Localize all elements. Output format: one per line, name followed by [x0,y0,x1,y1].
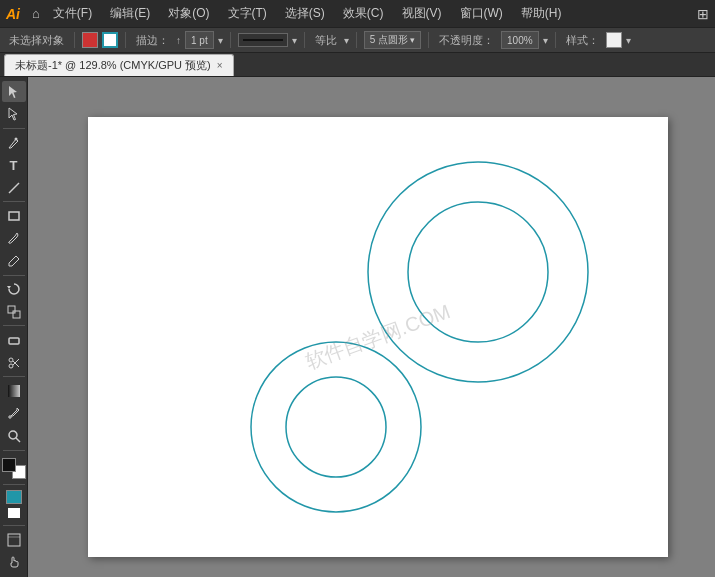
selection-tool-button[interactable] [2,81,26,102]
stroke-up-arrow[interactable]: ↑ [176,35,181,46]
svg-rect-6 [8,306,15,313]
stroke-line [243,39,283,41]
circle-small-outer [251,342,421,512]
points-arrow: ▾ [410,35,415,45]
zoom-tool-button[interactable] [2,425,26,446]
svg-point-2 [14,137,17,140]
menu-edit[interactable]: 编辑(E) [105,5,155,22]
eyedropper-tool-button[interactable] [2,403,26,424]
style-preview[interactable] [606,32,622,48]
svg-rect-7 [13,311,20,318]
toolbar: T [0,77,28,577]
circle-small-inner [286,377,386,477]
menu-select[interactable]: 选择(S) [280,5,330,22]
separator4 [304,32,305,48]
rotate-tool-button[interactable] [2,279,26,300]
separator2 [125,32,126,48]
canvas-area[interactable]: 软件自学网.COM [28,77,715,577]
line-tool-button[interactable] [2,177,26,198]
points-label: 5 点圆形 [370,33,408,47]
pencil-tool-button[interactable] [2,250,26,271]
fill-stroke-group [6,490,22,520]
tool-separator-3 [3,275,25,276]
foreground-color-swatch[interactable] [2,458,16,472]
scissors-tool-button[interactable] [2,352,26,373]
svg-marker-0 [9,86,17,98]
scale-tool-button[interactable] [2,301,26,322]
artboard-tool-button[interactable] [2,529,26,550]
opacity-value[interactable]: 100% [501,31,539,49]
tool-separator-7 [3,484,25,485]
tab-title: 未标题-1* @ 129.8% (CMYK/GPU 预览) [15,58,211,73]
menu-help[interactable]: 帮助(H) [516,5,567,22]
separator5 [356,32,357,48]
scale-arrow[interactable]: ▾ [344,35,349,46]
tool-separator-6 [3,450,25,451]
separator7 [555,32,556,48]
opacity-value-text: 100% [507,35,533,46]
svg-rect-4 [9,212,19,220]
hand-tool-button[interactable] [2,551,26,572]
svg-line-3 [9,183,19,193]
menu-object[interactable]: 对象(O) [163,5,214,22]
stroke-indicator[interactable] [6,506,22,520]
grid-icon[interactable]: ⊞ [697,6,709,22]
circle-large-outer [368,162,588,382]
menu-file[interactable]: 文件(F) [48,5,97,22]
svg-point-14 [9,431,17,439]
paintbrush-tool-button[interactable] [2,228,26,249]
svg-rect-16 [8,534,20,546]
optionsbar: 未选择对象 描边： ↑ 1 pt ▾ ▾ 等比 ▾ 5 点圆形 ▾ 不透明度： … [0,27,715,53]
type-tool-button[interactable]: T [2,154,26,175]
stroke-style-arrow[interactable]: ▾ [292,35,297,46]
separator6 [428,32,429,48]
menu-type[interactable]: 文字(T) [223,5,272,22]
menu-effect[interactable]: 效果(C) [338,5,389,22]
tab-close-button[interactable]: × [217,60,223,71]
rectangle-tool-button[interactable] [2,205,26,226]
separator [74,32,75,48]
titlebar: Ai ⌂ 文件(F) 编辑(E) 对象(O) 文字(T) 选择(S) 效果(C)… [0,0,715,27]
eraser-tool-button[interactable] [2,329,26,350]
svg-rect-13 [8,385,20,397]
svg-line-15 [16,438,20,442]
stroke-value[interactable]: 1 pt [185,31,214,49]
style-label: 样式： [563,33,602,48]
tool-separator-4 [3,325,25,326]
direct-selection-tool-button[interactable] [2,103,26,124]
svg-marker-5 [7,286,11,289]
svg-rect-8 [9,338,19,344]
fill-color-swatch[interactable] [82,32,98,48]
separator3 [230,32,231,48]
scale-label: 等比 [312,33,340,48]
tool-separator-1 [3,128,25,129]
circle-large-inner [408,202,548,342]
home-icon[interactable]: ⌂ [32,6,40,21]
points-select[interactable]: 5 点圆形 ▾ [364,31,421,49]
document-tab[interactable]: 未标题-1* @ 129.8% (CMYK/GPU 预览) × [4,54,234,76]
svg-point-9 [9,358,13,362]
stroke-down-arrow[interactable]: ▾ [218,35,223,46]
main-layout: T [0,77,715,577]
no-selection-label: 未选择对象 [6,33,67,48]
opacity-label: 不透明度： [436,33,497,48]
ai-logo: Ai [6,6,20,22]
gradient-tool-button[interactable] [2,380,26,401]
svg-marker-1 [9,108,17,120]
canvas[interactable]: 软件自学网.COM [88,117,668,557]
stroke-color-swatch[interactable] [102,32,118,48]
menu-view[interactable]: 视图(V) [397,5,447,22]
tool-separator-8 [3,525,25,526]
tool-separator-5 [3,376,25,377]
stroke-label: 描边： [133,33,172,48]
tool-separator-2 [3,201,25,202]
svg-point-10 [9,364,13,368]
menu-window[interactable]: 窗口(W) [455,5,508,22]
style-arrow[interactable]: ▾ [626,35,631,46]
pen-tool-button[interactable] [2,132,26,153]
artwork-svg [88,117,668,557]
opacity-arrow[interactable]: ▾ [543,35,548,46]
tabbar: 未标题-1* @ 129.8% (CMYK/GPU 预览) × [0,53,715,77]
stroke-preview [238,33,288,47]
fill-indicator[interactable] [6,490,22,504]
